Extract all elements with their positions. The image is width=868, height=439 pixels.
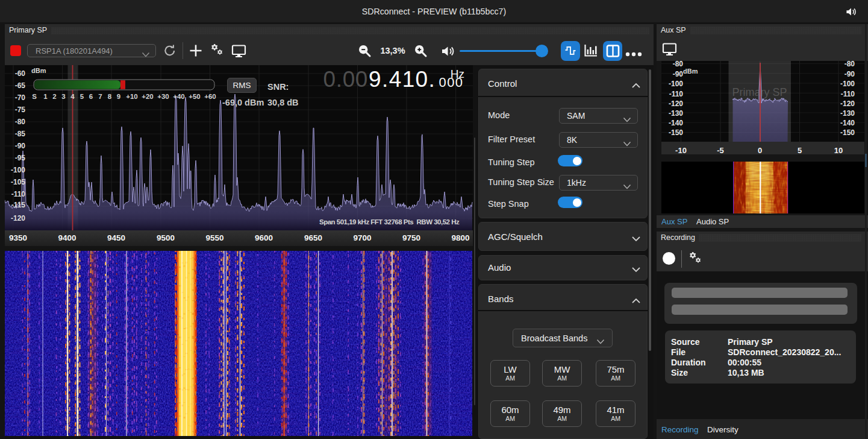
svg-text:Primary SP: Primary SP bbox=[732, 86, 787, 98]
